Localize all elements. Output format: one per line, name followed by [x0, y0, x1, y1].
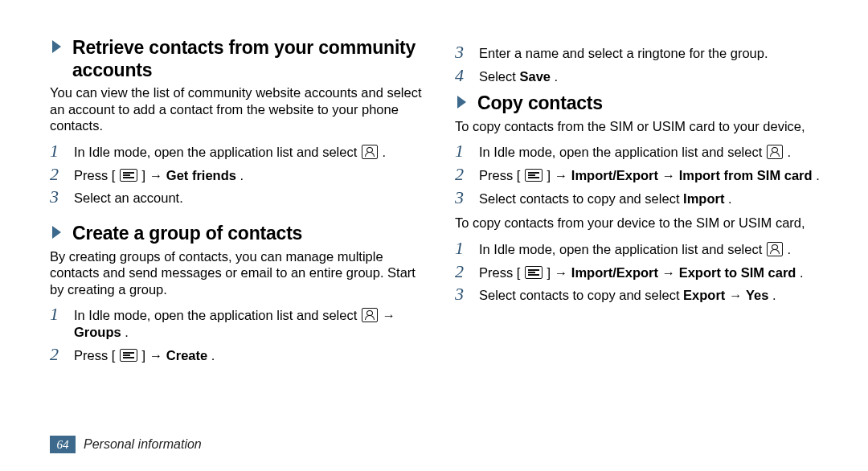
steps-copy-a: 1 In Idle mode, open the application lis… [455, 142, 828, 207]
step-row: 2 Press [ ] → Create . [50, 346, 423, 364]
contacts-icon [767, 145, 783, 159]
step-text: Press [ ] → Import/Export → Import from … [479, 167, 828, 184]
right-column: 3 Enter a name and select a ringtone for… [455, 32, 828, 471]
steps-retrieve: 1 In Idle mode, open the application lis… [50, 142, 423, 207]
step-number: 3 [455, 285, 471, 303]
step-number: 3 [455, 189, 471, 207]
heading-retrieve: Retrieve contacts from your community ac… [72, 37, 423, 81]
menu-icon [525, 169, 542, 182]
step-number: 1 [50, 305, 66, 323]
page-footer: 64 Personal information [50, 436, 202, 453]
step-row: 1 In Idle mode, open the application lis… [50, 305, 423, 340]
para-retrieve: You can view the list of community websi… [50, 84, 423, 134]
contacts-icon [362, 308, 378, 322]
steps-group: 1 In Idle mode, open the application lis… [50, 305, 423, 363]
step-text: In Idle mode, open the application list … [74, 144, 423, 161]
footer-label: Personal information [84, 436, 202, 453]
step-row: 4 Select Save . [455, 67, 828, 85]
step-row: 2 Press [ ] → Get friends . [50, 166, 423, 184]
contacts-icon [767, 242, 783, 256]
step-text: Press [ ] → Create . [74, 347, 423, 364]
step-row: 1 In Idle mode, open the application lis… [455, 240, 828, 258]
step-number: 3 [455, 43, 471, 61]
step-text: Select an account. [74, 190, 423, 207]
step-number: 2 [455, 263, 471, 281]
step-row: 3 Select contacts to copy and select Exp… [455, 285, 828, 304]
step-text: Select contacts to copy and select Impor… [479, 190, 828, 207]
step-text: In Idle mode, open the application list … [479, 144, 828, 161]
section-head-copy: Copy contacts [455, 92, 828, 115]
step-row: 3 Select an account. [50, 188, 423, 207]
step-number: 1 [455, 142, 471, 160]
step-row: 3 Enter a name and select a ringtone for… [455, 43, 828, 62]
section-head-retrieve: Retrieve contacts from your community ac… [50, 37, 423, 81]
step-number: 1 [455, 240, 471, 257]
step-number: 4 [455, 67, 471, 84]
step-text: In Idle mode, open the application list … [74, 307, 423, 340]
para-copy-2: To copy contacts from your device to the… [455, 215, 828, 231]
step-text: Select Save . [479, 68, 828, 85]
step-row: 1 In Idle mode, open the application lis… [50, 142, 423, 161]
step-number: 2 [50, 346, 66, 363]
heading-copy: Copy contacts [477, 92, 603, 115]
step-row: 1 In Idle mode, open the application lis… [455, 142, 828, 161]
menu-icon [525, 266, 542, 279]
step-text: Press [ ] → Get friends . [74, 167, 423, 184]
step-text: In Idle mode, open the application list … [479, 241, 828, 258]
step-row: 3 Select contacts to copy and select Imp… [455, 189, 828, 207]
page: Retrieve contacts from your community ac… [0, 0, 868, 471]
step-number: 3 [50, 188, 66, 206]
para-group: By creating groups of contacts, you can … [50, 248, 423, 298]
step-number: 2 [455, 166, 471, 183]
step-row: 2 Press [ ] → Import/Export → Import fro… [455, 166, 828, 184]
menu-icon [120, 169, 137, 182]
chevron-right-icon [455, 95, 469, 113]
section-head-group: Create a group of contacts [50, 223, 423, 245]
steps-group-cont: 3 Enter a name and select a ringtone for… [455, 43, 828, 84]
step-text: Press [ ] → Import/Export → Export to SI… [479, 264, 828, 281]
heading-group: Create a group of contacts [72, 223, 302, 245]
menu-icon [120, 349, 137, 362]
step-text: Select contacts to copy and select Expor… [479, 287, 828, 304]
step-number: 2 [50, 166, 66, 183]
left-column: Retrieve contacts from your community ac… [50, 32, 423, 471]
step-text: Enter a name and select a ringtone for t… [479, 45, 828, 62]
steps-copy-b: 1 In Idle mode, open the application lis… [455, 240, 828, 304]
contacts-icon [362, 145, 378, 159]
chevron-right-icon [50, 225, 64, 244]
para-copy-1: To copy contacts from the SIM or USIM ca… [455, 118, 828, 135]
chevron-right-icon [50, 39, 64, 58]
step-row: 2 Press [ ] → Import/Export → Export to … [455, 263, 828, 281]
page-number: 64 [50, 436, 76, 453]
step-number: 1 [50, 142, 66, 160]
